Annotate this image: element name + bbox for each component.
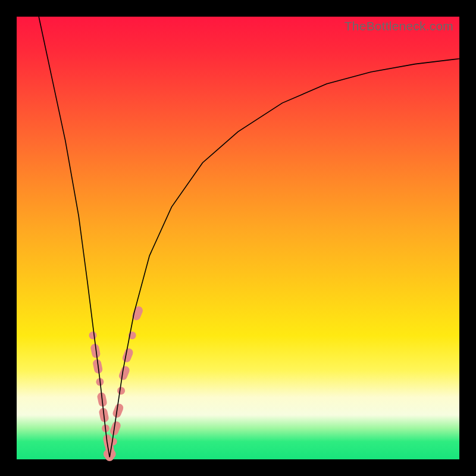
svg-rect-14 bbox=[121, 347, 134, 363]
bottleneck-curve bbox=[39, 17, 459, 457]
chart-frame: TheBottleneck.com bbox=[0, 0, 476, 476]
plot-area: TheBottleneck.com bbox=[17, 17, 459, 459]
svg-point-9 bbox=[109, 438, 117, 446]
svg-point-0 bbox=[89, 331, 97, 339]
svg-rect-13 bbox=[118, 365, 131, 381]
curve-layer bbox=[17, 17, 459, 459]
scatter-markers bbox=[89, 305, 145, 461]
svg-point-12 bbox=[117, 387, 125, 394]
